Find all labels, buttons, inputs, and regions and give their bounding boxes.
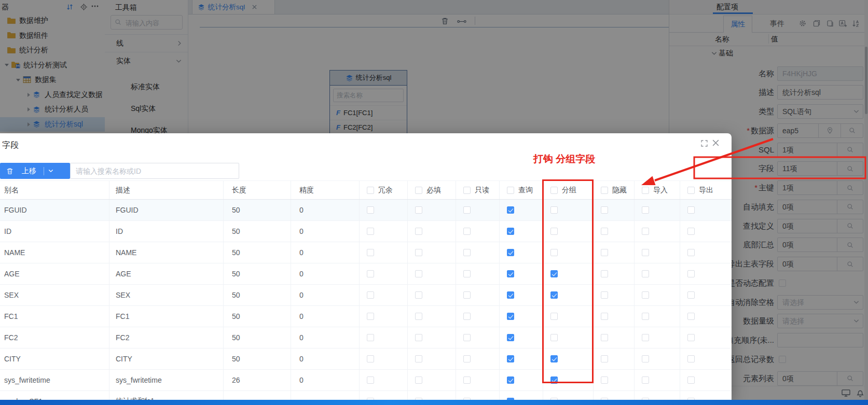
row-checkbox[interactable] [507,313,514,320]
row-checkbox[interactable] [601,376,608,384]
select-all-checkbox[interactable] [687,187,695,194]
row-checkbox[interactable] [367,270,374,277]
row-checkbox[interactable] [601,334,608,341]
close-icon[interactable] [712,139,720,147]
row-checkbox[interactable] [601,355,608,362]
row-checkbox[interactable] [415,291,422,299]
row-checkbox[interactable] [687,334,695,341]
select-all-checkbox[interactable] [642,187,649,194]
select-all-checkbox[interactable] [415,187,422,194]
row-checkbox[interactable] [642,376,649,384]
row-checkbox[interactable] [687,376,695,384]
row-checkbox[interactable] [415,249,422,256]
table-row-sys_fwritetime[interactable]: sys_fwritetimesys_fwritetime260 [0,370,732,391]
trash-icon[interactable] [6,167,13,175]
row-checkbox[interactable] [415,270,422,277]
row-checkbox[interactable] [367,355,374,362]
row-checkbox[interactable] [367,334,374,341]
row-checkbox[interactable] [463,355,471,362]
row-checkbox[interactable] [367,249,374,256]
row-checkbox[interactable] [601,249,608,256]
row-checkbox[interactable] [463,376,471,384]
row-checkbox[interactable] [687,206,695,214]
row-checkbox[interactable] [550,334,558,341]
row-checkbox[interactable] [463,334,471,341]
cell-必填 [407,263,456,284]
row-checkbox[interactable] [507,228,514,235]
chevron-down-icon[interactable] [48,169,53,173]
row-checkbox[interactable] [687,313,695,320]
row-checkbox[interactable] [687,228,695,235]
row-checkbox[interactable] [463,270,471,277]
row-checkbox[interactable] [463,249,471,256]
cell-导入 [634,306,680,327]
row-checkbox[interactable] [642,270,649,277]
expand-icon[interactable] [701,140,708,147]
row-checkbox[interactable] [415,334,422,341]
row-checkbox[interactable] [642,334,649,341]
row-checkbox[interactable] [415,313,422,320]
row-checkbox[interactable] [367,313,374,320]
row-checkbox[interactable] [601,228,608,235]
table-row-CITY[interactable]: CITYCITY500 [0,348,732,370]
row-checkbox[interactable] [642,228,649,235]
row-checkbox[interactable] [507,334,514,341]
row-checkbox[interactable] [687,249,695,256]
row-checkbox[interactable] [463,206,471,214]
table-row-analyseSF1[interactable]: analyseSF1统计求和fc1 [0,391,732,400]
table-row-FC2[interactable]: FC2FC2500 [0,327,732,348]
move-up-button[interactable]: 上移 [22,166,36,176]
row-checkbox[interactable] [415,355,422,362]
table-row-ID[interactable]: IDID500 [0,221,732,242]
row-checkbox[interactable] [550,291,558,299]
row-checkbox[interactable] [550,228,558,235]
table-row-SEX[interactable]: SEXSEX500 [0,285,732,306]
row-checkbox[interactable] [507,291,514,299]
row-checkbox[interactable] [642,249,649,256]
row-checkbox[interactable] [507,355,514,362]
row-checkbox[interactable] [367,228,374,235]
select-all-checkbox[interactable] [463,187,471,194]
select-all-checkbox[interactable] [507,187,514,194]
row-checkbox[interactable] [367,376,374,384]
row-checkbox[interactable] [550,355,558,362]
cell: FC2 [0,327,109,348]
row-checkbox[interactable] [642,291,649,299]
row-checkbox[interactable] [463,228,471,235]
row-checkbox[interactable] [550,270,558,277]
table-row-FGUID[interactable]: FGUIDFGUID500 [0,200,732,221]
row-checkbox[interactable] [463,291,471,299]
row-checkbox[interactable] [642,313,649,320]
row-checkbox[interactable] [601,270,608,277]
row-checkbox[interactable] [367,291,374,299]
header-label: 分组 [562,186,576,195]
row-checkbox[interactable] [367,206,374,214]
row-checkbox[interactable] [507,249,514,256]
row-checkbox[interactable] [601,206,608,214]
table-row-FC1[interactable]: FC1FC1500 [0,306,732,327]
row-checkbox[interactable] [642,355,649,362]
row-checkbox[interactable] [507,376,514,384]
select-all-checkbox[interactable] [367,187,374,194]
row-checkbox[interactable] [415,206,422,214]
row-checkbox[interactable] [507,206,514,214]
select-all-checkbox[interactable] [601,187,608,194]
row-checkbox[interactable] [507,270,514,277]
row-checkbox[interactable] [601,291,608,299]
dialog-search-input[interactable] [70,163,239,179]
row-checkbox[interactable] [415,376,422,384]
table-row-AGE[interactable]: AGEAGE500 [0,263,732,285]
row-checkbox[interactable] [642,206,649,214]
select-all-checkbox[interactable] [550,187,558,194]
row-checkbox[interactable] [550,249,558,256]
row-checkbox[interactable] [463,313,471,320]
row-checkbox[interactable] [687,291,695,299]
row-checkbox[interactable] [415,228,422,235]
row-checkbox[interactable] [687,270,695,277]
row-checkbox[interactable] [601,313,608,320]
row-checkbox[interactable] [550,376,558,384]
table-row-NAME[interactable]: NAMENAME500 [0,242,732,263]
row-checkbox[interactable] [687,355,695,362]
row-checkbox[interactable] [550,206,558,214]
row-checkbox[interactable] [550,313,558,320]
